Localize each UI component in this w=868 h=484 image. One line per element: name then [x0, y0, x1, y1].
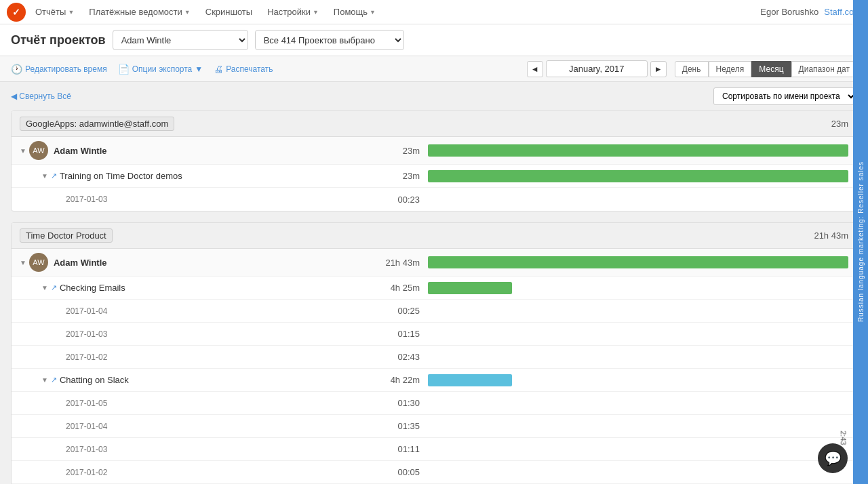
task-name-label: Chatting on Slack — [60, 375, 129, 385]
nav-payroll-caret: ▼ — [184, 9, 191, 16]
export-button[interactable]: 📄 Опции экспорта ▼ — [118, 64, 203, 75]
period-buttons: День Неделя Месяц Диапазон дат — [675, 61, 857, 77]
date-row: 2017-01-02 02:43 — [12, 346, 856, 369]
period-range[interactable]: Диапазон дат — [791, 61, 857, 77]
task-collapse-icon[interactable]: ▼ — [41, 284, 48, 291]
user-bar-wrap — [428, 144, 848, 157]
time-display: 2:43 — [839, 430, 847, 445]
date-label: 2017-01-03 — [66, 195, 107, 204]
collapse-icon: ◀ — [11, 92, 19, 101]
task-time: 4h 25m — [374, 283, 428, 293]
chat-widget[interactable]: 💬 — [818, 443, 848, 473]
date-row: 2017-01-04 00:25 — [12, 300, 856, 323]
date-time: 00:05 — [374, 467, 428, 477]
task-row: ▼ ↗ Training on Time Doctor demos 23m — [12, 165, 856, 188]
controls-row: ◀ Свернуть Всё Сортировать по имени прое… — [0, 82, 868, 110]
top-nav: ✓ Отчёты ▼ Платёжные ведомости ▼ Скриншо… — [0, 0, 868, 24]
group-time: 21h 43m — [814, 230, 848, 241]
date-time: 02:43 — [374, 352, 428, 362]
date-time: 01:15 — [374, 329, 428, 339]
task-collapse-icon[interactable]: ▼ — [41, 172, 48, 180]
date-row: 2017-01-05 01:30 — [12, 392, 856, 415]
project-group-1: Time Doctor Product 21h 43m ▼ AW Adam Wi… — [11, 222, 857, 484]
nav-item-reports[interactable]: Отчёты ▼ — [28, 3, 81, 21]
user-collapse-icon[interactable]: ▼ — [20, 147, 26, 155]
print-icon: 🖨 — [214, 64, 223, 75]
nav-left: ✓ Отчёты ▼ Платёжные ведомости ▼ Скриншо… — [7, 3, 382, 22]
projects-select[interactable]: Все 414 Проектов выбрано — [255, 30, 404, 50]
task-bar — [428, 374, 512, 386]
sort-select[interactable]: Сортировать по имени проекта — [713, 87, 857, 105]
user-bar-container — [428, 144, 848, 157]
group-header-1: Time Doctor Product 21h 43m — [12, 223, 856, 249]
task-name-label: Training on Time Doctor demos — [60, 171, 182, 181]
vertical-banner[interactable]: Russian language marketing: Reseller sal… — [853, 0, 868, 484]
task-bar-container — [428, 374, 848, 386]
group-name: Time Doctor Product — [20, 228, 113, 243]
period-month[interactable]: Месяц — [751, 61, 791, 77]
date-time: 01:11 — [374, 444, 428, 454]
export-caret: ▼ — [195, 64, 203, 74]
date-label: 2017-01-03 — [66, 445, 107, 454]
date-row: 2017-01-03 01:15 — [12, 323, 856, 346]
avatar: AW — [29, 253, 48, 272]
nav-item-screenshots[interactable]: Скриншоты — [199, 3, 259, 21]
period-day[interactable]: День — [675, 61, 709, 77]
external-link-icon[interactable]: ↗ — [51, 376, 57, 384]
toolbar: 🕐 Редактировать время 📄 Опции экспорта ▼… — [0, 56, 868, 82]
user-name-label: Adam Wintle — [54, 258, 107, 268]
logo-icon: ✓ — [7, 3, 26, 22]
date-label: 2017-01-03 — [66, 329, 107, 339]
date-display: January, 2017 — [546, 60, 648, 77]
task-bar-container — [428, 170, 848, 182]
user-bar — [428, 144, 848, 157]
date-time: 01:30 — [374, 398, 428, 408]
nav-item-payroll[interactable]: Платёжные ведомости ▼ — [82, 3, 197, 21]
next-arrow[interactable]: ► — [650, 61, 667, 77]
date-row: 2017-01-03 01:11 — [12, 438, 856, 461]
edit-time-icon: 🕐 — [11, 64, 22, 75]
user-name: Egor Borushko — [760, 7, 818, 17]
group-header-0: GoogleApps: adamwintle@staff.com 23m — [12, 111, 856, 137]
task-time: 23m — [374, 171, 428, 181]
user-bar — [428, 256, 848, 268]
print-button[interactable]: 🖨 Распечатать — [214, 64, 273, 75]
user-select[interactable]: Adam Wintle — [113, 30, 248, 50]
user-name-label: Adam Wintle — [54, 146, 107, 156]
external-link-icon[interactable]: ↗ — [51, 172, 57, 180]
date-label: 2017-01-05 — [66, 399, 107, 408]
nav-item-settings[interactable]: Настройки ▼ — [260, 3, 326, 21]
task-bar — [428, 282, 512, 294]
toolbar-left: 🕐 Редактировать время 📄 Опции экспорта ▼… — [11, 64, 273, 75]
collapse-all-link[interactable]: ◀ Свернуть Всё — [11, 92, 71, 101]
collapse-label: Свернуть Всё — [19, 92, 71, 101]
task-collapse-icon[interactable]: ▼ — [41, 376, 48, 384]
prev-arrow[interactable]: ◄ — [527, 61, 543, 77]
user-collapse-icon[interactable]: ▼ — [20, 259, 26, 266]
nav-reports-caret: ▼ — [68, 9, 74, 16]
page-header: Отчёт проектов Adam Wintle Все 414 Проек… — [0, 24, 868, 56]
nav-settings-label: Настройки — [267, 7, 311, 17]
nav-item-help[interactable]: Помощь ▼ — [327, 3, 382, 21]
date-time: 01:35 — [374, 421, 428, 431]
task-name-label: Checking Emails — [60, 283, 125, 293]
avatar: AW — [29, 141, 48, 160]
date-time: 00:25 — [374, 306, 428, 316]
date-time: 00:23 — [374, 195, 428, 205]
nav-help-label: Помощь — [334, 7, 368, 17]
user-row: ▼ AW Adam Wintle 23m — [12, 137, 856, 165]
task-bar — [428, 170, 848, 182]
nav-help-caret: ▼ — [370, 9, 376, 16]
export-label: Опции экспорта — [132, 64, 193, 74]
user-bar-container — [428, 256, 848, 268]
task-bar-wrap — [428, 170, 848, 182]
project-group-0: GoogleApps: adamwintle@staff.com 23m ▼ A… — [11, 110, 857, 211]
chat-icon: 💬 — [825, 450, 842, 466]
task-bar-wrap — [428, 282, 848, 294]
date-row: 2017-01-03 00:23 — [12, 188, 856, 211]
external-link-icon[interactable]: ↗ — [51, 283, 57, 292]
task-bar-wrap — [428, 374, 848, 386]
edit-time-label: Редактировать время — [25, 64, 107, 74]
edit-time-button[interactable]: 🕐 Редактировать время — [11, 64, 107, 75]
period-week[interactable]: Неделя — [709, 61, 752, 77]
